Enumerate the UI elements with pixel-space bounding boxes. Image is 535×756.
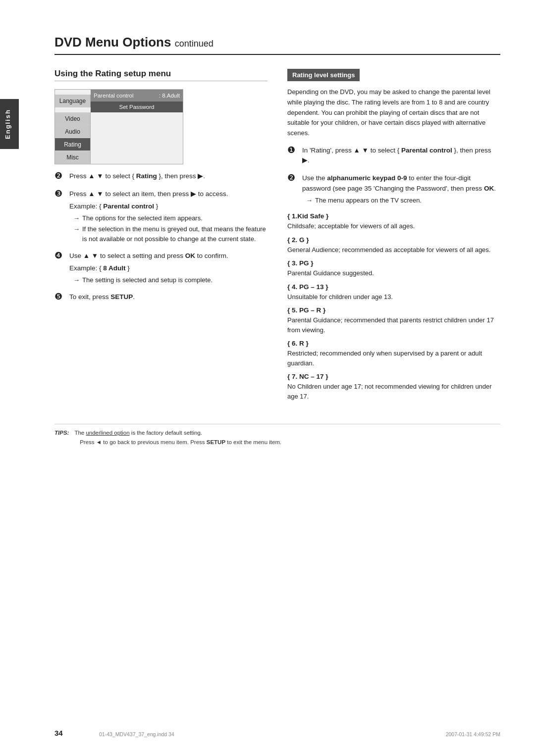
- step-4: ❹ Use ▲ ▼ to select a setting and press …: [54, 251, 268, 286]
- arrow-icon-1: →: [73, 213, 80, 223]
- tips-line2: Press ◄ to go back to previous menu item…: [54, 438, 500, 447]
- left-section-heading: Using the Rating setup menu: [54, 69, 268, 81]
- rating-r-desc: Restricted; recommended only when superv…: [287, 349, 500, 368]
- menu-label-misc: Misc: [55, 151, 91, 164]
- step-3-arrow1: → The options for the selected item appe…: [73, 213, 268, 223]
- menu-label-language: Language: [55, 95, 91, 107]
- step-4-example: Example: { 8 Adult }: [69, 263, 268, 273]
- rating-r: { 6. R } Restricted; recommended only wh…: [287, 340, 500, 368]
- menu-content-language: Parental control : 8.Adult Set Password: [91, 90, 183, 112]
- menu-sub-password: Set Password: [91, 101, 183, 112]
- right-step-2-arrow: → The menu appears on the TV screen.: [306, 196, 500, 205]
- step-3-arrow1-text: The options for the selected item appear…: [82, 213, 203, 223]
- rating-pgr-desc: Parental Guidance; recommended that pare…: [287, 315, 500, 335]
- arrow-icon-3: →: [73, 275, 80, 285]
- menu-row-misc: Misc: [55, 151, 183, 164]
- right-step-1-text: In 'Rating', press ▲ ▼ to select { Paren…: [302, 146, 500, 166]
- left-column: Using the Rating setup menu Language Par…: [54, 69, 268, 406]
- step-4-text: Use ▲ ▼ to select a setting and press OK…: [69, 251, 268, 261]
- footer: 01-43_MDV437_37_eng.indd 34 2007-01-31 4…: [99, 731, 500, 737]
- menu-header-parental: Parental control : 8.Adult: [91, 90, 183, 101]
- rating-g: { 2. G } General Audience; recommended a…: [287, 236, 500, 255]
- rating-pg-title: { 3. PG }: [287, 259, 500, 267]
- page-title: DVD Menu Options continued: [54, 35, 500, 55]
- step-3-example: Example: { Parental control }: [69, 202, 268, 211]
- right-step-2-arrow-text: The menu appears on the TV screen.: [315, 196, 422, 205]
- menu-item-adult: : 8.Adult: [159, 93, 180, 99]
- tips-line1: TIPS: The underlined option is the facto…: [54, 428, 500, 437]
- rating-g-title: { 2. G }: [287, 236, 500, 244]
- rating-kid-safe: { 1.Kid Safe } Childsafe; acceptable for…: [287, 212, 500, 231]
- rating-r-title: { 6. R }: [287, 340, 500, 347]
- tips-text2: Press ◄ to go back to previous menu item…: [80, 439, 281, 445]
- right-column: Rating level settings Depending on the D…: [287, 69, 500, 406]
- right-step-1-num: ❶: [287, 145, 298, 155]
- title-continued: continued: [175, 39, 214, 49]
- right-step-1-content: In 'Rating', press ▲ ▼ to select { Paren…: [302, 146, 500, 168]
- arrow-icon-2: →: [73, 224, 80, 244]
- step-5-content: To exit, press SETUP.: [69, 292, 268, 304]
- step-3-arrow2: → If the selection in the menu is greyed…: [73, 224, 268, 244]
- menu-row-video: Video: [55, 112, 183, 125]
- tips-box: TIPS: The underlined option is the facto…: [54, 424, 500, 447]
- rating-g-desc: General Audience; recommended as accepta…: [287, 245, 500, 255]
- tips-label: TIPS:: [54, 430, 69, 436]
- step-2-text: Press ▲ ▼ to select { Rating }, then pre…: [69, 171, 268, 181]
- arrow-icon-4: →: [306, 196, 313, 205]
- ratings-list: { 1.Kid Safe } Childsafe; acceptable for…: [287, 212, 500, 401]
- rating-pg13-title: { 4. PG – 13 }: [287, 283, 500, 291]
- right-step-2-content: Use the alphanumeric keypad 0-9 to enter…: [302, 173, 500, 206]
- two-col-layout: Using the Rating setup menu Language Par…: [54, 69, 500, 406]
- right-step-2-num: ❷: [287, 172, 298, 183]
- step-3-content: Press ▲ ▼ to select an item, then press …: [69, 189, 268, 245]
- menu-screenshot: Language Parental control : 8.Adult Set …: [54, 89, 268, 164]
- right-step-1: ❶ In 'Rating', press ▲ ▼ to select { Par…: [287, 146, 500, 168]
- menu-item-parental: Parental control: [94, 93, 134, 99]
- step-4-arrow1: → The setting is selected and setup is c…: [73, 275, 268, 285]
- right-step-2: ❷ Use the alphanumeric keypad 0-9 to ent…: [287, 173, 500, 206]
- rating-pg13: { 4. PG – 13 } Unsuitable for children u…: [287, 283, 500, 302]
- menu-row-audio: Audio: [55, 125, 183, 138]
- step-3-num: ❸: [54, 188, 65, 199]
- step-5-num: ❺: [54, 291, 65, 302]
- menu-label-rating: Rating: [55, 138, 91, 151]
- step-4-num: ❹: [54, 250, 65, 261]
- step-2: ❷ Press ▲ ▼ to select { Rating }, then p…: [54, 171, 268, 183]
- rating-pg-desc: Parental Guidance suggested.: [287, 268, 500, 278]
- rating-nc17-title: { 7. NC – 17 }: [287, 373, 500, 380]
- title-main: DVD Menu Options: [54, 35, 171, 50]
- step-2-num: ❷: [54, 170, 65, 181]
- step-4-content: Use ▲ ▼ to select a setting and press OK…: [69, 251, 268, 286]
- rating-pgr: { 5. PG – R } Parental Guidance; recomme…: [287, 306, 500, 335]
- step-3-text: Press ▲ ▼ to select an item, then press …: [69, 189, 268, 199]
- menu-label-audio: Audio: [55, 125, 91, 138]
- rating-nc17-desc: No Children under age 17; not recommende…: [287, 382, 500, 401]
- rating-level-header: Rating level settings: [287, 69, 360, 81]
- footer-left: 01-43_MDV437_37_eng.indd 34: [99, 731, 174, 737]
- step-5: ❺ To exit, press SETUP.: [54, 292, 268, 304]
- rating-intro: Depending on the DVD, you may be asked t…: [287, 87, 500, 139]
- rating-kid-safe-desc: Childsafe; acceptable for viewers of all…: [287, 221, 500, 231]
- step-5-text: To exit, press SETUP.: [69, 292, 268, 302]
- rating-pg: { 3. PG } Parental Guidance suggested.: [287, 259, 500, 278]
- footer-right: 2007-01-31 4:49:52 PM: [446, 731, 500, 737]
- menu-row-language: Language Parental control : 8.Adult Set …: [55, 90, 183, 112]
- menu-label-video: Video: [55, 112, 91, 125]
- tips-text1: The underlined option is the factory def…: [74, 430, 202, 436]
- rating-pgr-title: { 5. PG – R }: [287, 306, 500, 314]
- english-tab: English: [0, 99, 19, 149]
- step-3-arrow2-text: If the selection in the menu is greyed o…: [82, 224, 268, 244]
- rating-kid-safe-title: { 1.Kid Safe }: [287, 212, 500, 220]
- step-3: ❸ Press ▲ ▼ to select an item, then pres…: [54, 189, 268, 245]
- page-number: 34: [54, 729, 63, 737]
- rating-pg13-desc: Unsuitable for children under age 13.: [287, 292, 500, 302]
- right-step-2-text: Use the alphanumeric keypad 0-9 to enter…: [302, 173, 500, 194]
- step-4-arrow1-text: The setting is selected and setup is com…: [82, 275, 213, 285]
- page-wrapper: English DVD Menu Options continued Using…: [0, 0, 535, 756]
- menu-box: Language Parental control : 8.Adult Set …: [54, 89, 183, 164]
- step-2-content: Press ▲ ▼ to select { Rating }, then pre…: [69, 171, 268, 183]
- rating-nc17: { 7. NC – 17 } No Children under age 17;…: [287, 373, 500, 401]
- menu-row-rating: Rating: [55, 138, 183, 151]
